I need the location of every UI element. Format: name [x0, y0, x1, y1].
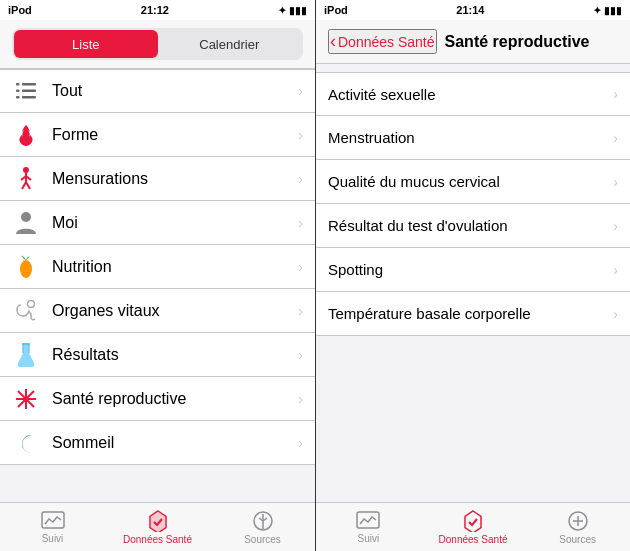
tout-chevron: ›: [298, 83, 303, 99]
list-item-activite[interactable]: Activité sexuelle ›: [316, 72, 630, 116]
right-sources-label: Sources: [559, 534, 596, 545]
mucus-label: Qualité du mucus cervical: [328, 173, 613, 190]
list-item-ovulation[interactable]: Résultat du test d'ovulation ›: [316, 204, 630, 248]
temperature-label: Température basale corporelle: [328, 305, 613, 322]
spotting-chevron: ›: [613, 262, 618, 278]
left-tab-sources[interactable]: Sources: [210, 510, 315, 545]
nutrition-chevron: ›: [298, 259, 303, 275]
right-page-title: Santé reproductive: [445, 33, 590, 51]
left-sources-label: Sources: [244, 534, 281, 545]
segment-header: Liste Calendrier: [0, 20, 315, 69]
mensurations-label: Mensurations: [52, 170, 298, 188]
left-tab-donnees[interactable]: Données Santé: [105, 510, 210, 545]
svg-point-13: [20, 260, 32, 278]
forme-label: Forme: [52, 126, 298, 144]
menstruation-chevron: ›: [613, 130, 618, 146]
mucus-chevron: ›: [613, 174, 618, 190]
mensurations-chevron: ›: [298, 171, 303, 187]
moi-chevron: ›: [298, 215, 303, 231]
sommeil-chevron: ›: [298, 435, 303, 451]
resultats-chevron: ›: [298, 347, 303, 363]
organes-label: Organes vitaux: [52, 302, 298, 320]
svg-point-6: [23, 167, 29, 173]
svg-rect-3: [16, 83, 20, 86]
snowflake-icon: [12, 385, 40, 413]
right-suivi-label: Suivi: [357, 533, 379, 544]
left-status-icons: ✦ ▮▮▮: [278, 5, 307, 16]
list-item-sante[interactable]: Santé reproductive ›: [0, 377, 315, 421]
svg-rect-0: [22, 83, 36, 86]
svg-rect-5: [16, 96, 20, 99]
person-walk-icon: [12, 165, 40, 193]
left-suivi-label: Suivi: [42, 533, 64, 544]
back-chevron-icon: ‹: [330, 31, 336, 52]
left-screen: iPod 21:12 ✦ ▮▮▮ Liste Calendrier: [0, 0, 315, 551]
ovulation-label: Résultat du test d'ovulation: [328, 217, 613, 234]
activite-label: Activité sexuelle: [328, 86, 613, 103]
carrot-icon: [12, 253, 40, 281]
list-item-mensurations[interactable]: Mensurations ›: [0, 157, 315, 201]
right-status-bar: iPod 21:14 ✦ ▮▮▮: [316, 0, 630, 20]
list-item-moi[interactable]: Moi ›: [0, 201, 315, 245]
right-tab-donnees[interactable]: Données Santé: [421, 510, 526, 545]
sommeil-label: Sommeil: [52, 434, 298, 452]
temperature-chevron: ›: [613, 306, 618, 322]
sante-label: Santé reproductive: [52, 390, 298, 408]
list-icon: [12, 77, 40, 105]
nutrition-label: Nutrition: [52, 258, 298, 276]
right-screen: iPod 21:14 ✦ ▮▮▮ ‹ Données Santé Santé r…: [315, 0, 630, 551]
flask-icon: [12, 341, 40, 369]
sante-chevron: ›: [298, 391, 303, 407]
list-item-nutrition[interactable]: Nutrition ›: [0, 245, 315, 289]
right-tab-suivi[interactable]: Suivi: [316, 511, 421, 544]
back-label: Données Santé: [338, 34, 435, 50]
stethoscope-icon: [12, 297, 40, 325]
tout-label: Tout: [52, 82, 298, 100]
moon-icon: [12, 429, 40, 457]
bluetooth-icon: ✦: [278, 5, 286, 16]
resultats-label: Résultats: [52, 346, 298, 364]
list-item-menstruation[interactable]: Menstruation ›: [316, 116, 630, 160]
left-donnees-label: Données Santé: [123, 534, 192, 545]
list-item-mucus[interactable]: Qualité du mucus cervical ›: [316, 160, 630, 204]
right-nav-header: ‹ Données Santé Santé reproductive: [316, 20, 630, 64]
left-tab-bar: Suivi Données Santé Sources: [0, 502, 315, 551]
back-button[interactable]: ‹ Données Santé: [328, 29, 437, 54]
list-item-sommeil[interactable]: Sommeil ›: [0, 421, 315, 465]
right-tab-bar: Suivi Données Santé Sources: [316, 502, 630, 551]
svg-rect-4: [16, 90, 20, 93]
svg-rect-2: [22, 96, 36, 99]
right-bluetooth-icon: ✦: [593, 5, 601, 16]
svg-point-22: [24, 396, 29, 401]
svg-point-14: [28, 300, 35, 307]
menstruation-label: Menstruation: [328, 129, 613, 146]
organes-chevron: ›: [298, 303, 303, 319]
right-time: 21:14: [456, 4, 484, 16]
flame-icon: [12, 121, 40, 149]
list-item-spotting[interactable]: Spotting ›: [316, 248, 630, 292]
right-status-icons: ✦ ▮▮▮: [593, 5, 622, 16]
svg-line-10: [22, 182, 26, 189]
svg-rect-1: [22, 90, 36, 93]
right-battery-icon: ▮▮▮: [604, 5, 622, 16]
liste-tab[interactable]: Liste: [14, 30, 158, 58]
list-item-tout[interactable]: Tout ›: [0, 69, 315, 113]
person-icon: [12, 209, 40, 237]
svg-line-11: [26, 182, 30, 189]
forme-chevron: ›: [298, 127, 303, 143]
right-carrier: iPod: [324, 4, 348, 16]
right-list: Activité sexuelle › Menstruation › Quali…: [316, 64, 630, 502]
right-tab-sources[interactable]: Sources: [525, 510, 630, 545]
segment-control: Liste Calendrier: [12, 28, 303, 60]
left-status-bar: iPod 21:12 ✦ ▮▮▮: [0, 0, 315, 20]
svg-point-12: [21, 212, 31, 222]
calendrier-tab[interactable]: Calendrier: [158, 30, 302, 58]
list-item-temperature[interactable]: Température basale corporelle ›: [316, 292, 630, 336]
activite-chevron: ›: [613, 86, 618, 102]
list-item-organes[interactable]: Organes vitaux ›: [0, 289, 315, 333]
battery-icon: ▮▮▮: [289, 5, 307, 16]
ovulation-chevron: ›: [613, 218, 618, 234]
list-item-forme[interactable]: Forme ›: [0, 113, 315, 157]
list-item-resultats[interactable]: Résultats ›: [0, 333, 315, 377]
left-tab-suivi[interactable]: Suivi: [0, 511, 105, 544]
